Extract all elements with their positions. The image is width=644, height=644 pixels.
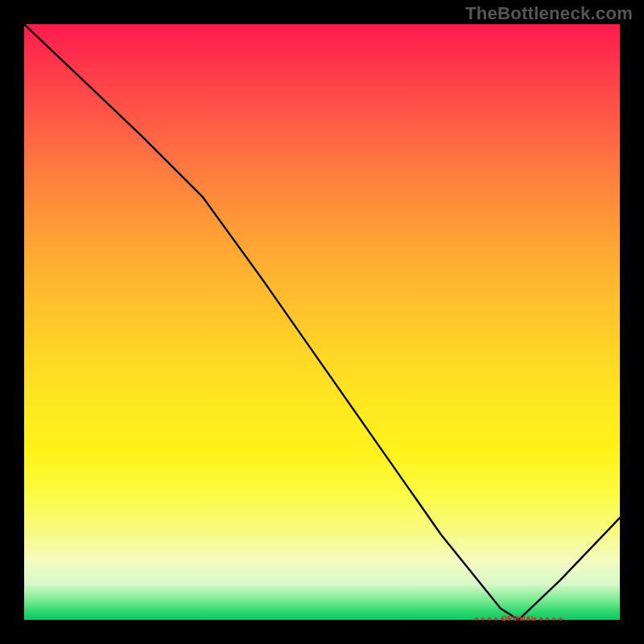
optimal-dot (488, 617, 491, 621)
optimal-dot (539, 617, 543, 621)
optimal-label: OPTIMAL (502, 614, 536, 622)
optimal-dot (546, 617, 549, 621)
optimal-dot (494, 617, 497, 621)
chart-svg (24, 24, 620, 620)
watermark-text: TheBottleneck.com (465, 3, 633, 24)
optimal-dot (481, 617, 485, 621)
optimal-dot (475, 617, 478, 621)
optimal-dot (552, 617, 555, 621)
series-line (24, 24, 620, 620)
optimal-dot (559, 617, 562, 621)
chart-plot-area: OPTIMAL (24, 24, 620, 620)
